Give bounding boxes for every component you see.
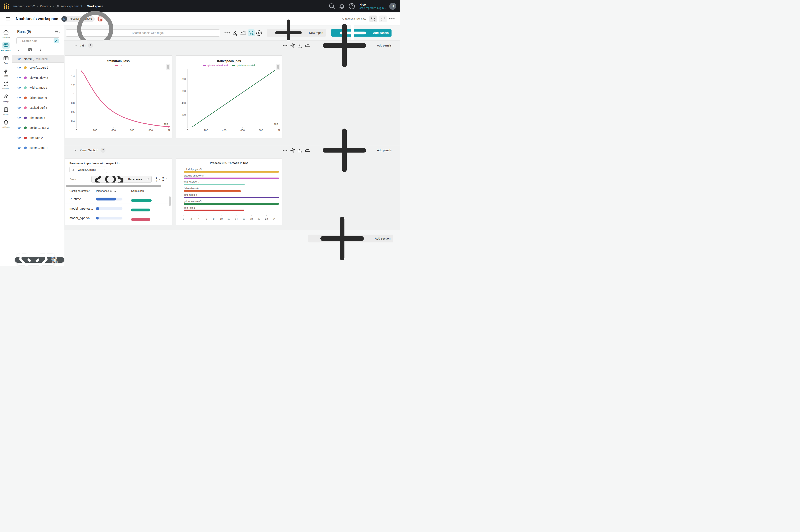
run-row[interactable]: trim-moon-4: [12, 113, 64, 123]
sidebar-item-automat[interactable]: Automat.: [0, 80, 12, 91]
legend-item[interactable]: golden-sunset-3: [232, 64, 255, 67]
run-name[interactable]: wild-c...mos-7: [30, 86, 48, 89]
visibility-eye-icon[interactable]: [17, 66, 21, 70]
parameter-importance-panel[interactable]: Parameter importance with respect to _wa…: [65, 158, 172, 225]
column-config-parameter[interactable]: Config parameter: [65, 190, 96, 192]
metric-dropdown[interactable]: _wandb.runtime: [70, 167, 107, 173]
visibility-eye-icon[interactable]: [17, 86, 21, 90]
section-title[interactable]: Panel Section: [80, 149, 98, 152]
more-options-icon[interactable]: [224, 30, 230, 36]
run-name[interactable]: trim-rain-2: [30, 136, 43, 139]
column-importance[interactable]: Importance: [96, 190, 109, 192]
importance-search-input[interactable]: Search: [70, 178, 86, 181]
x-axis-settings-icon[interactable]: [231, 30, 239, 36]
expand-runs-table-button[interactable]: [55, 30, 61, 34]
chevron-down-icon[interactable]: [74, 148, 78, 152]
prev-page-icon[interactable]: [165, 177, 168, 181]
visibility-eye-icon[interactable]: [17, 96, 21, 100]
caret-down-icon[interactable]: [159, 178, 160, 180]
sidebar-item-runs[interactable]: Runs: [0, 54, 12, 65]
table-row[interactable]: model_type.val...: [65, 204, 172, 213]
outliers-scatter-icon[interactable]: [248, 30, 255, 36]
notifications-bell-icon[interactable]: [338, 2, 346, 10]
run-name[interactable]: glowin...dow-8: [30, 76, 48, 79]
run-row[interactable]: glowin...dow-8: [12, 73, 64, 83]
horizontal-scrollbar[interactable]: [66, 185, 168, 187]
section-add-panels-button[interactable]: Add panels: [313, 15, 392, 76]
smoothing-iron-icon[interactable]: [304, 147, 311, 153]
sparkle-icon[interactable]: [289, 42, 296, 49]
run-row[interactable]: wild-c...mos-7: [12, 83, 64, 93]
add-section-button[interactable]: Add section: [308, 234, 393, 243]
table-row[interactable]: model_type.val...: [65, 213, 172, 223]
info-icon[interactable]: [110, 190, 113, 192]
run-name[interactable]: fallen-dawn-6: [30, 96, 47, 99]
more-options-icon[interactable]: [282, 147, 288, 153]
sidebar-item-artifacts[interactable]: Artifacts: [0, 118, 12, 129]
train-loss-chart[interactable]: 0.40.60.811.21.402004006008001kStep: [65, 68, 172, 136]
breadcrumb-team[interactable]: smle-reg-team-2: [13, 4, 35, 8]
sidebar-item-workspace[interactable]: Workspace: [0, 41, 12, 53]
run-row[interactable]: fallen-dawn-6: [12, 93, 64, 103]
run-row[interactable]: golden...nset-3: [12, 123, 64, 133]
search-panels-input[interactable]: [132, 31, 218, 35]
table-row[interactable]: Runtime: [65, 194, 172, 204]
visibility-eye-icon[interactable]: [17, 116, 21, 120]
avatar[interactable]: N: [389, 3, 396, 10]
settings-gear-icon[interactable]: [256, 30, 263, 36]
cpu-threads-panel[interactable]: Process CPU Threads In Use colorful-yogu…: [176, 158, 282, 225]
smoothing-iron-icon[interactable]: [304, 42, 311, 49]
run-name[interactable]: trim-moon-4: [30, 116, 45, 119]
help-icon[interactable]: [348, 2, 356, 10]
parameters-button[interactable]: Parameters: [92, 176, 145, 183]
visibility-eye-icon[interactable]: [17, 146, 21, 150]
x-axis-settings-icon[interactable]: [297, 147, 303, 153]
search-icon[interactable]: [328, 2, 336, 10]
visibility-eye-icon[interactable]: [17, 106, 21, 110]
legend-item[interactable]: : -: [115, 64, 122, 67]
epoch-ndx-panel[interactable]: train/epoch_ndx glowing-shadow-8 golden-…: [176, 55, 282, 138]
wandb-logo-icon[interactable]: [3, 3, 10, 10]
runs-name-header[interactable]: Name (9 visualize: [12, 55, 64, 63]
epoch-ndx-chart[interactable]: 20040060080002004006008001kStep: [176, 68, 282, 136]
magic-wand-button[interactable]: [145, 176, 151, 183]
chevron-down-icon[interactable]: [74, 44, 78, 47]
run-row[interactable]: colorfu...gurt-9: [12, 63, 64, 73]
sort-icon[interactable]: [39, 48, 44, 52]
run-name[interactable]: exalted-surf-5: [30, 106, 48, 109]
panel-drag-handle[interactable]: [276, 64, 280, 70]
breadcrumb-projects[interactable]: Projects: [40, 4, 51, 8]
user-block[interactable]: Nico smle-registries-bug-b...: [359, 3, 386, 10]
run-row[interactable]: trim-rain-2: [12, 133, 64, 143]
vertical-scrollbar[interactable]: [169, 196, 171, 206]
sidebar-item-jobs[interactable]: Jobs: [0, 67, 12, 78]
sidebar-item-reports[interactable]: Reports: [0, 105, 12, 117]
run-name[interactable]: golden...nset-3: [30, 126, 49, 129]
run-row[interactable]: exalted-surf-5: [12, 103, 64, 113]
section-add-panels-button[interactable]: Add panels: [313, 119, 392, 181]
more-options-icon[interactable]: [282, 42, 288, 49]
x-axis-settings-icon[interactable]: [297, 42, 303, 49]
visibility-eye-icon[interactable]: [17, 126, 21, 130]
legend-item[interactable]: glowing-shadow-8: [203, 64, 228, 67]
smoothing-iron-icon[interactable]: [240, 30, 247, 36]
train-loss-panel[interactable]: train/train_loss : - 0.40.60.811.21.4020…: [65, 55, 172, 138]
sparkle-icon[interactable]: [289, 147, 296, 153]
visibility-eye-icon[interactable]: [17, 136, 21, 140]
visibility-eye-icon[interactable]: [17, 76, 21, 80]
hamburger-menu-icon[interactable]: [5, 16, 11, 22]
sort-desc-arrow-icon[interactable]: [114, 190, 116, 192]
run-name[interactable]: summ...sma-1: [30, 146, 48, 149]
page-range[interactable]: 1-9: [156, 176, 158, 182]
sidebar-item-overview[interactable]: Overview: [0, 28, 12, 40]
filter-icon[interactable]: [16, 48, 21, 52]
regex-toggle[interactable]: .*: [54, 38, 59, 43]
run-row[interactable]: summ...sma-1: [12, 143, 64, 153]
search-runs-input[interactable]: [22, 39, 52, 42]
cpu-threads-chart[interactable]: colorful-yogurt-9glowing-shadow-8wild-co…: [176, 166, 282, 227]
column-correlation[interactable]: Correlation: [129, 190, 162, 192]
visibility-eye-icon[interactable]: [17, 57, 21, 61]
panel-drag-handle[interactable]: [166, 64, 170, 70]
user-team-link[interactable]: smle-registries-bug-b...: [359, 6, 386, 10]
section-title[interactable]: train: [80, 44, 86, 47]
